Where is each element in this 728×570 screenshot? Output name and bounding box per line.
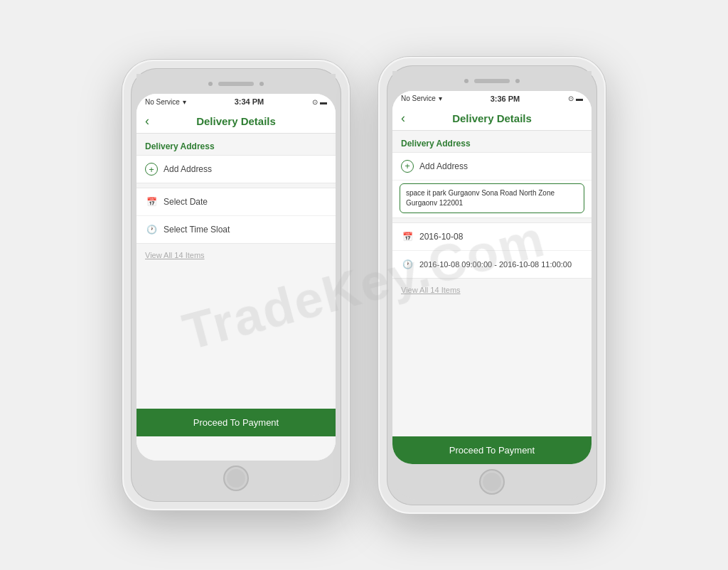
camera-dot: [208, 82, 213, 86]
date-filled-row[interactable]: 📅 2016-10-08: [392, 223, 592, 251]
phone-2: No Service ▾ 3:36 PM ⊙ ▬ ‹ Delivery Deta…: [378, 57, 606, 514]
speaker-grille-p2: [474, 79, 510, 83]
add-address-icon: +: [145, 163, 158, 176]
nav-bar: ‹ Delivery Details: [136, 109, 336, 134]
proceed-to-payment-button[interactable]: Proceed To Payment: [136, 409, 336, 436]
time-display: 3:34 PM: [235, 97, 264, 106]
wifi-icon-p2: ▾: [439, 95, 442, 102]
camera-dot-2: [259, 82, 264, 86]
back-button-p2[interactable]: ‹: [401, 111, 405, 126]
add-address-icon-p2: +: [401, 160, 414, 173]
time-filled-row[interactable]: 🕐 2016-10-08 09:00:00 - 2016-10-08 11:00…: [392, 251, 592, 278]
clock-icon: 🕐: [145, 223, 158, 236]
app-content: Delivery Address + Add Address: [136, 134, 336, 461]
carrier-text-p2: No Service: [401, 95, 436, 102]
proceed-to-payment-button-p2[interactable]: Proceed To Payment: [392, 436, 592, 464]
status-bar: No Service ▾ 3:34 PM ⊙ ▬: [136, 94, 336, 109]
status-bar-p2: No Service ▾ 3:36 PM ⊙ ▬: [392, 91, 592, 107]
add-address-text: Add Address: [164, 164, 212, 174]
date-filled-section: 📅 2016-10-08 🕐 2016-10-08 09:00:00 - 201…: [392, 222, 592, 279]
battery-icon-p2: ▬: [576, 95, 583, 102]
time-filled-text: 2016-10-08 09:00:00 - 2016-10-08 11:00:0…: [419, 260, 572, 269]
address-section-white-p2: + Add Address space it park Gurgaonv Son…: [392, 152, 592, 218]
date-filled-text: 2016-10-08: [419, 232, 463, 242]
address-section-white: + Add Address: [136, 155, 336, 183]
lock-icon: ⊙: [312, 98, 318, 106]
filled-address-box[interactable]: space it park Gurgaonv Sona Road North Z…: [400, 183, 584, 213]
add-address-text-p2: Add Address: [419, 161, 468, 171]
lock-icon-p2: ⊙: [568, 95, 574, 102]
page-title: Delivery Details: [196, 115, 276, 127]
speaker-grille: [218, 82, 254, 86]
time-display-p2: 3:36 PM: [491, 95, 520, 103]
page-title-p2: Delivery Details: [452, 112, 532, 124]
filled-address-text: space it park Gurgaonv Sona Road North Z…: [406, 189, 555, 207]
delivery-address-section-p2: Delivery Address: [392, 131, 592, 152]
carrier-text: No Service: [145, 98, 180, 106]
phone-1: No Service ▾ 3:34 PM ⊙ ▬ ‹ Delivery Deta…: [122, 60, 350, 510]
delivery-address-label: Delivery Address: [145, 141, 215, 151]
select-time-text: Select Time Sloat: [164, 225, 230, 235]
add-address-row[interactable]: + Add Address: [136, 156, 336, 183]
clock-icon-p2: 🕐: [401, 258, 414, 271]
camera-dot-p2: [464, 79, 469, 83]
date-time-section: 📅 Select Date 🕐 Select Time Sloat: [136, 188, 336, 244]
nav-bar-p2: ‹ Delivery Details: [392, 107, 592, 131]
plus-icon: +: [145, 163, 158, 176]
camera-dot-p2-2: [515, 79, 520, 83]
battery-icon: ▬: [320, 98, 327, 106]
back-button[interactable]: ‹: [145, 114, 149, 129]
view-all-section-p2: View All 14 Items: [392, 279, 592, 301]
select-date-text: Select Date: [164, 197, 208, 207]
view-all-link[interactable]: View All 14 Items: [145, 251, 205, 259]
delivery-address-section: Delivery Address: [136, 134, 336, 155]
home-button[interactable]: [223, 466, 249, 491]
select-date-row[interactable]: 📅 Select Date: [136, 188, 336, 216]
wifi-icon: ▾: [183, 98, 186, 106]
view-all-link-p2[interactable]: View All 14 Items: [401, 286, 461, 294]
app-content-p2: Delivery Address + Add Address space it …: [392, 131, 592, 464]
home-button-p2[interactable]: [479, 469, 505, 495]
plus-icon-p2: +: [401, 160, 414, 173]
calendar-icon-p2: 📅: [401, 230, 414, 243]
select-time-row[interactable]: 🕐 Select Time Sloat: [136, 216, 336, 243]
view-all-section: View All 14 Items: [136, 244, 336, 267]
calendar-icon: 📅: [145, 195, 158, 208]
delivery-address-label-p2: Delivery Address: [401, 139, 471, 149]
add-address-row-p2[interactable]: + Add Address: [392, 153, 592, 181]
